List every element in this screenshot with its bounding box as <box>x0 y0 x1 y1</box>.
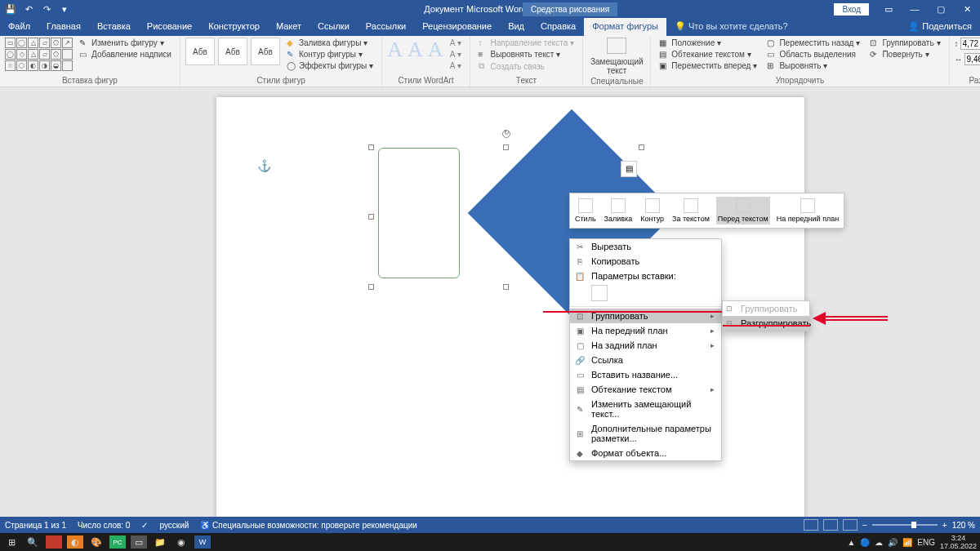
position-button[interactable]: ▦Положение ▾ <box>656 38 760 48</box>
tray-icon[interactable]: 📶 <box>902 538 912 547</box>
layout-options-icon[interactable]: ▤ <box>621 161 637 177</box>
height-input[interactable] <box>960 38 980 50</box>
status-page[interactable]: Страница 1 из 1 <box>5 521 66 530</box>
zoom-slider[interactable] <box>872 524 938 526</box>
tab-references[interactable]: Ссылки <box>310 18 358 36</box>
tab-draw[interactable]: Рисование <box>139 18 200 36</box>
wrap-text-button[interactable]: ▤Обтекание текстом ▾ <box>656 49 760 60</box>
ctx-cut[interactable]: ✂Вырезать <box>570 239 721 254</box>
ctx-caption[interactable]: ▭Вставить название... <box>570 367 721 382</box>
tab-mailings[interactable]: Рассылки <box>358 18 414 36</box>
ctx-format-object[interactable]: ◆Формат объекта... <box>570 446 721 460</box>
tray-lang[interactable]: ENG <box>917 538 935 547</box>
tray-clock[interactable]: 3:24 17.05.2022 <box>940 534 977 550</box>
taskbar-app-icon[interactable]: 🎨 <box>88 535 105 549</box>
ctx-wrap[interactable]: ▤Обтекание текстом▸ <box>570 382 721 397</box>
view-print-icon[interactable] <box>823 519 838 531</box>
taskbar-app-icon[interactable] <box>46 535 62 549</box>
search-icon[interactable]: 🔍 <box>24 535 41 549</box>
ctx-send-back[interactable]: ▢На задний план▸ <box>570 338 721 353</box>
shape-style-gallery[interactable]: Абв Абв Абв <box>185 38 280 65</box>
resize-handle[interactable] <box>368 144 374 150</box>
resize-handle[interactable] <box>368 214 374 220</box>
send-backward-button[interactable]: ▢Переместить назад ▾ <box>764 38 863 48</box>
bring-forward-button[interactable]: ▣Переместить вперед ▾ <box>656 60 760 71</box>
width-input[interactable] <box>964 53 980 65</box>
zoom-out-icon[interactable]: − <box>862 521 867 530</box>
group-button[interactable]: ⊡Группировать ▾ <box>866 38 943 48</box>
ctx-more-layout[interactable]: ⊞Дополнительные параметры разметки... <box>570 421 721 446</box>
paste-option-icon[interactable] <box>591 285 608 301</box>
taskbar-app-icon[interactable]: ▭ <box>131 535 147 549</box>
text-outline-button[interactable]: A ▾ <box>447 49 465 60</box>
mini-front-text[interactable]: Перед текстом <box>716 197 770 224</box>
undo-icon[interactable]: ↶ <box>23 4 34 15</box>
document-area[interactable]: ⚓ ▤ <box>0 87 980 533</box>
view-read-icon[interactable] <box>804 519 818 531</box>
start-icon[interactable]: ⊞ <box>3 535 20 549</box>
align-button[interactable]: ⊞Выровнять ▾ <box>764 60 863 71</box>
taskbar-app-icon[interactable]: PC <box>109 535 126 549</box>
status-spellcheck-icon[interactable]: ✓ <box>141 521 148 530</box>
status-a11y[interactable]: ♿ Специальные возможности: проверьте рек… <box>200 521 417 530</box>
tell-me-search[interactable]: 💡 Что вы хотите сделать? <box>666 18 796 36</box>
mini-outline[interactable]: Контур <box>639 197 666 224</box>
ctx-link[interactable]: 🔗Ссылка <box>570 353 721 367</box>
minimize-icon[interactable]: — <box>902 0 928 18</box>
chrome-icon[interactable]: ◉ <box>173 535 189 549</box>
rotate-handle[interactable] <box>502 130 510 138</box>
tab-view[interactable]: Вид <box>500 18 532 36</box>
tab-review[interactable]: Рецензирование <box>414 18 500 36</box>
mini-style[interactable]: Стиль <box>573 197 598 224</box>
mini-behind-text[interactable]: За текстом <box>670 197 711 224</box>
login-button[interactable]: Вход <box>834 3 869 16</box>
edit-shape-button[interactable]: ✎Изменить фигуру ▾ <box>76 38 175 48</box>
mini-fill[interactable]: Заливка <box>603 197 635 224</box>
ctx-bring-front[interactable]: ▣На передний план▸ <box>570 323 721 338</box>
tab-layout[interactable]: Макет <box>268 18 310 36</box>
tray-icon[interactable]: ▲ <box>847 538 855 547</box>
alt-text-icon[interactable] <box>607 38 626 54</box>
resize-handle[interactable] <box>503 144 509 150</box>
explorer-icon[interactable]: 📁 <box>152 535 168 549</box>
wordart-gallery[interactable]: A A A <box>387 38 443 62</box>
align-text-button[interactable]: ≡Выровнять текст ▾ <box>475 49 578 60</box>
shape-outline-button[interactable]: ✎Контур фигуры ▾ <box>283 49 376 60</box>
taskbar-app-icon[interactable]: ◐ <box>67 535 83 549</box>
tray-icon[interactable]: ☁ <box>875 538 883 547</box>
resize-handle[interactable] <box>503 284 509 290</box>
text-box-button[interactable]: ▭Добавление надписи <box>76 49 175 60</box>
shape-gallery[interactable]: ▭◯△▱⬠↗ ◯◇△▱⬠ ☆⬡◐◑◒ <box>5 38 73 71</box>
rotate-button[interactable]: ⟳Повернуть ▾ <box>866 49 943 60</box>
mini-bring-front[interactable]: На передний план <box>775 197 841 224</box>
text-effects-button[interactable]: A ▾ <box>447 60 465 71</box>
shape-fill-button[interactable]: ◆Заливка фигуры ▾ <box>283 38 376 48</box>
zoom-in-icon[interactable]: + <box>942 521 947 530</box>
tray-icon[interactable]: 🔊 <box>888 538 898 547</box>
qat-more-icon[interactable]: ▾ <box>59 4 70 15</box>
selection-pane-button[interactable]: ▭Область выделения <box>764 49 863 60</box>
scroll-shape[interactable] <box>378 148 460 278</box>
save-icon[interactable]: 💾 <box>5 4 16 15</box>
ribbon-display-icon[interactable]: ▭ <box>875 0 902 18</box>
word-icon[interactable]: W <box>194 535 211 549</box>
anchor-icon[interactable]: ⚓ <box>257 159 271 172</box>
redo-icon[interactable]: ↷ <box>41 4 52 15</box>
close-icon[interactable]: ✕ <box>954 0 980 18</box>
resize-handle[interactable] <box>368 284 374 290</box>
tab-file[interactable]: Файл <box>0 18 38 36</box>
tab-home[interactable]: Главная <box>38 18 89 36</box>
tab-help[interactable]: Справка <box>532 18 584 36</box>
status-words[interactable]: Число слов: 0 <box>78 521 130 530</box>
shape-effects-button[interactable]: ◯Эффекты фигуры ▾ <box>283 60 376 71</box>
tab-insert[interactable]: Вставка <box>89 18 139 36</box>
ctx-alt-text[interactable]: ✎Изменить замещающий текст... <box>570 397 721 421</box>
submenu-ungroup[interactable]: ⊟Разгруппировать <box>723 316 809 331</box>
view-web-icon[interactable] <box>843 519 858 531</box>
tab-design[interactable]: Конструктор <box>200 18 268 36</box>
tray-icon[interactable]: 🔵 <box>860 538 870 547</box>
text-fill-button[interactable]: A ▾ <box>447 38 465 48</box>
resize-handle[interactable] <box>639 144 644 150</box>
share-button[interactable]: 👤 Поделиться <box>900 18 980 36</box>
ctx-copy[interactable]: ⎘Копировать <box>570 254 721 269</box>
